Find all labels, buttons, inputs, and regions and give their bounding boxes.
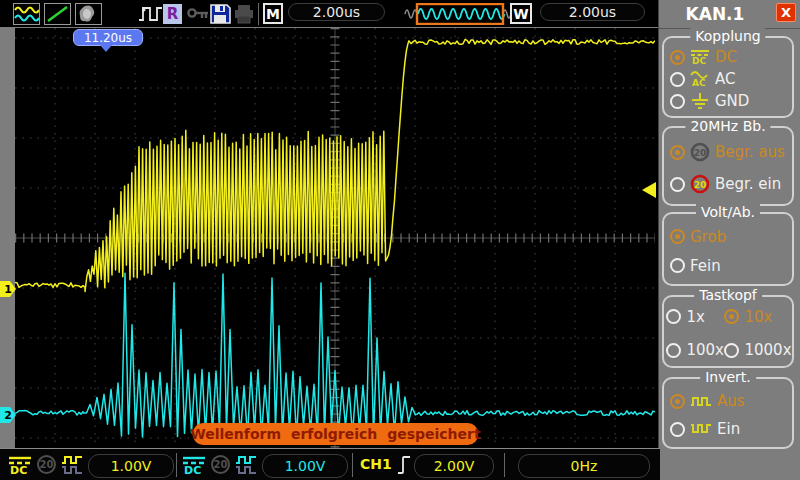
invert-on-icon (690, 422, 712, 436)
option-label: 10x (744, 308, 772, 326)
oscilloscope-screen: R M 2.00us (0, 0, 800, 480)
top-toolbar: R M 2.00us (0, 0, 660, 28)
invert-off-icon (690, 394, 712, 408)
radio-icon (670, 422, 685, 437)
option-dc[interactable]: DC DC (670, 48, 788, 66)
record-r-button[interactable]: R (163, 4, 182, 24)
svg-text:DC: DC (692, 56, 706, 65)
option-label: GND (715, 92, 749, 110)
bandwidth-on-icon: 20 (690, 174, 710, 194)
option-100x[interactable]: 100x (666, 339, 724, 363)
option-label: Begr. ein (715, 175, 781, 193)
trigger-offset-badge[interactable]: 11.20us (73, 29, 143, 46)
option-label: Ein (717, 420, 740, 438)
option-invert-ein[interactable]: Ein (670, 420, 788, 438)
option-fein[interactable]: Fein (670, 257, 788, 275)
image-thumbnail-icon[interactable] (75, 3, 102, 25)
radio-icon (670, 72, 685, 87)
section-kopplung: Kopplung DC DC AC (662, 36, 794, 118)
radio-icon (724, 309, 739, 324)
option-label: Fein (690, 257, 721, 275)
option-grob[interactable]: Grob (670, 228, 788, 246)
trigger-source-label: CH1 (360, 456, 392, 472)
radio-icon (670, 394, 685, 409)
section-volt-ab: Volt/Ab. Grob Fein (662, 212, 794, 286)
section-bandwidth: 20MHz Bb. 20 Begr. aus 20 Begr (662, 126, 794, 206)
graticule (15, 28, 655, 448)
svg-text:DC: DC (10, 464, 27, 475)
trigger-frequency-readout: 0Hz (518, 454, 650, 478)
svg-text:20: 20 (694, 180, 707, 190)
radio-icon (666, 343, 681, 358)
option-begr-ein[interactable]: 20 Begr. ein (670, 174, 788, 194)
main-timebase-readout: 2.00us (288, 3, 385, 21)
radio-icon (670, 94, 685, 109)
ch1-invert-indicator-icon (61, 455, 85, 475)
radio-icon (666, 309, 681, 324)
bandwidth-off-icon: 20 (690, 142, 710, 162)
option-label: 1000x (744, 341, 791, 359)
ground-icon (690, 93, 710, 109)
option-label: 100x (686, 341, 724, 359)
option-label: Grob (690, 228, 726, 246)
statusbar-divider (504, 453, 505, 477)
option-label: Aus (717, 392, 745, 410)
status-message: Wellenform erfolgreich gespeichert (193, 423, 478, 445)
save-floppy-icon[interactable] (209, 3, 231, 25)
toolbar-divider (258, 3, 259, 25)
auto-pulse-icon[interactable] (138, 4, 164, 24)
svg-text:DC: DC (184, 464, 201, 475)
ch2-scale-readout: 1.00V (262, 454, 348, 478)
main-timebase-badge: M (263, 3, 283, 24)
section-title: 20MHz Bb. (685, 118, 770, 134)
radio-icon (670, 145, 685, 160)
ac-coupling-icon: AC (690, 71, 710, 87)
radio-icon (670, 258, 685, 273)
status-bar: DC 20 1.00V DC 20 1.00V (0, 448, 660, 480)
radio-icon (670, 229, 685, 244)
window-timebase-badge: W (510, 3, 532, 24)
ramp-line-icon[interactable] (44, 3, 71, 25)
ch2-dc-coupling-icon: DC (182, 455, 206, 475)
section-title: Volt/Ab. (696, 204, 760, 220)
section-tastkopf: Tastkopf 1x 10x 100x 1000x (662, 295, 794, 368)
print-icon[interactable] (233, 4, 255, 24)
svg-text:AC: AC (692, 78, 706, 87)
trigger-level-readout: 2.00V (414, 454, 494, 478)
ch1-scale-readout: 1.00V (88, 454, 174, 478)
option-label: DC (715, 48, 737, 66)
option-invert-aus[interactable]: Aus (670, 392, 788, 410)
waveform-memory-preview[interactable] (403, 3, 517, 25)
radio-icon (670, 177, 685, 192)
option-ac[interactable]: AC AC (670, 70, 788, 88)
window-timebase-readout: 2.00us (540, 3, 645, 21)
menu-title: KAN.1 (659, 2, 771, 26)
channel-waves-icon[interactable] (13, 3, 40, 25)
ch1-bandwidth-badge: 20 (37, 455, 56, 474)
option-label: 1x (686, 308, 704, 326)
left-margin-strip (0, 28, 15, 448)
option-begr-aus[interactable]: 20 Begr. aus (670, 142, 788, 162)
trigger-offset-pointer (100, 45, 112, 52)
channel-menu-sidebar: KAN.1 X Kopplung DC DC (658, 0, 800, 480)
ch1-dc-coupling-icon: DC (8, 455, 32, 475)
section-title: Kopplung (690, 28, 765, 44)
option-1000x[interactable]: 1000x (724, 339, 791, 363)
close-menu-button[interactable]: X (776, 3, 796, 22)
rising-edge-icon (397, 454, 411, 476)
dc-coupling-icon: DC (690, 49, 710, 65)
ch2-bandwidth-badge: 20 (211, 455, 230, 474)
svg-text:20: 20 (694, 148, 707, 158)
statusbar-divider (352, 453, 353, 477)
statusbar-divider (176, 453, 177, 477)
section-title: Tastkopf (694, 287, 762, 303)
section-invert: Invert. Aus Ein (662, 377, 794, 449)
radio-icon (724, 343, 739, 358)
option-gnd[interactable]: GND (670, 92, 788, 110)
section-title: Invert. (700, 369, 756, 385)
option-10x[interactable]: 10x (724, 305, 791, 329)
option-1x[interactable]: 1x (666, 305, 724, 329)
option-label: AC (715, 70, 735, 88)
ch2-invert-indicator-icon (235, 455, 259, 475)
key-lock-icon[interactable] (187, 6, 209, 21)
